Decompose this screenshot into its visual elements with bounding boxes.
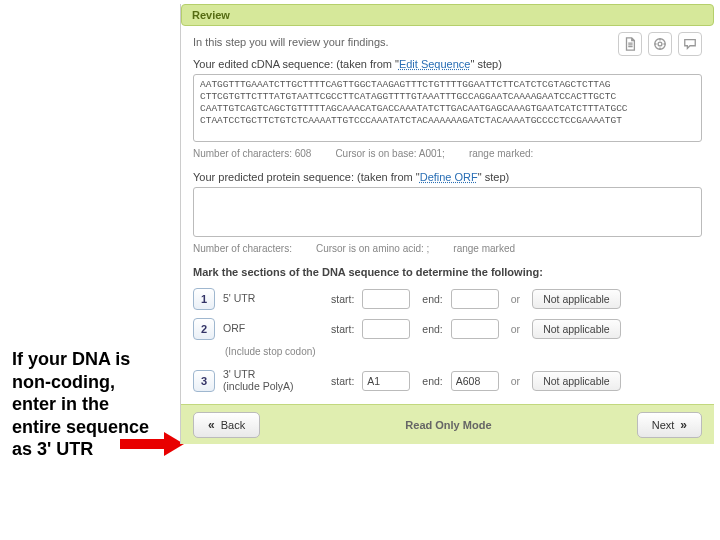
protein-sequence-box[interactable] bbox=[193, 187, 702, 237]
cdna-meta: Number of characters: 608 Cursor is on b… bbox=[193, 148, 702, 159]
mark-row-orf: 2 ORF start: end: or Not applicable bbox=[193, 318, 702, 340]
start-label: start: bbox=[331, 375, 354, 387]
read-only-mode-label: Read Only Mode bbox=[405, 419, 491, 431]
mark-row-5utr: 1 5' UTR start: end: or Not applicable bbox=[193, 288, 702, 310]
start-label: start: bbox=[331, 323, 354, 335]
not-applicable-button[interactable]: Not applicable bbox=[532, 319, 621, 339]
arrow-indicator bbox=[120, 432, 186, 456]
end-input-5utr[interactable] bbox=[451, 289, 499, 309]
cdna-label: Your edited cDNA sequence: (taken from "… bbox=[193, 58, 702, 70]
row-label: ORF bbox=[223, 323, 319, 335]
start-input-3utr[interactable] bbox=[362, 371, 410, 391]
row-number: 1 bbox=[193, 288, 215, 310]
cdna-sequence-box[interactable]: AATGGTTTGAAATCTTGCTTTTCAGTTGGCTAAGAGTTTC… bbox=[193, 74, 702, 142]
protein-meta: Number of characters: Cursor is on amino… bbox=[193, 243, 702, 254]
start-input-5utr[interactable] bbox=[362, 289, 410, 309]
define-orf-link[interactable]: Define ORF bbox=[420, 171, 478, 183]
review-panel: Review In this step you will review your… bbox=[180, 4, 714, 444]
comment-icon[interactable] bbox=[678, 32, 702, 56]
panel-header: Review bbox=[181, 4, 714, 26]
end-label: end: bbox=[422, 323, 442, 335]
end-input-orf[interactable] bbox=[451, 319, 499, 339]
row-label: 5' UTR bbox=[223, 293, 319, 305]
mark-row-3utr: 3 3' UTR (include PolyA) start: end: or … bbox=[193, 369, 702, 392]
start-label: start: bbox=[331, 293, 354, 305]
chevron-right-icon: » bbox=[680, 418, 687, 432]
end-label: end: bbox=[422, 375, 442, 387]
or-text: or bbox=[511, 323, 520, 335]
mark-heading: Mark the sections of the DNA sequence to… bbox=[193, 266, 702, 278]
start-input-orf[interactable] bbox=[362, 319, 410, 339]
document-icon[interactable] bbox=[618, 32, 642, 56]
row-number: 2 bbox=[193, 318, 215, 340]
svg-point-1 bbox=[658, 42, 662, 46]
not-applicable-button[interactable]: Not applicable bbox=[532, 371, 621, 391]
help-icon[interactable] bbox=[648, 32, 672, 56]
back-button[interactable]: « Back bbox=[193, 412, 260, 438]
footer-bar: « Back Read Only Mode Next » bbox=[181, 404, 714, 444]
stop-codon-note: (Include stop codon) bbox=[225, 346, 702, 357]
edit-sequence-link[interactable]: Edit Sequence bbox=[399, 58, 471, 70]
row-label: 3' UTR (include PolyA) bbox=[223, 369, 319, 392]
or-text: or bbox=[511, 293, 520, 305]
not-applicable-button[interactable]: Not applicable bbox=[532, 289, 621, 309]
row-number: 3 bbox=[193, 370, 215, 392]
end-input-3utr[interactable] bbox=[451, 371, 499, 391]
or-text: or bbox=[511, 375, 520, 387]
end-label: end: bbox=[422, 293, 442, 305]
next-button[interactable]: Next » bbox=[637, 412, 702, 438]
chevron-left-icon: « bbox=[208, 418, 215, 432]
protein-label: Your predicted protein sequence: (taken … bbox=[193, 171, 702, 183]
